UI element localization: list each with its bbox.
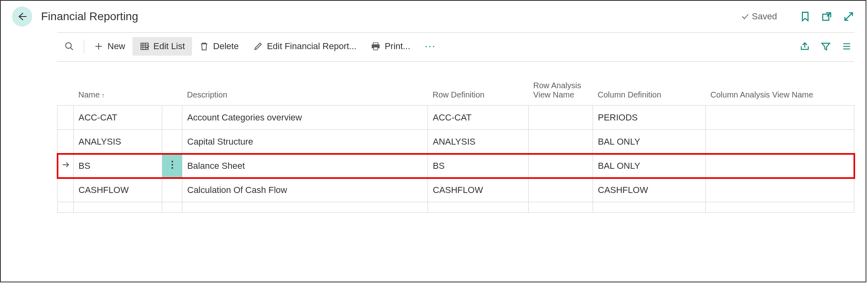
cell-description[interactable]: Calculation Of Cash Flow [182, 178, 428, 202]
svg-point-8 [172, 167, 173, 169]
col-name[interactable]: Name↑ [74, 62, 162, 106]
table-row[interactable]: ACC-CATAccount Categories overviewACC-CA… [58, 106, 854, 130]
financial-reports-table: Name↑ Description Row Definition Row Ana… [57, 62, 854, 213]
col-row-definition[interactable]: Row Definition [428, 62, 529, 106]
table-header-row: Name↑ Description Row Definition Row Ana… [58, 62, 854, 106]
popout-icon[interactable] [821, 11, 833, 22]
cell-column-analysis-view[interactable] [706, 130, 854, 154]
table-row[interactable] [58, 202, 854, 213]
cell-row-analysis-view[interactable] [529, 178, 593, 202]
plus-icon [94, 41, 103, 51]
back-button[interactable] [12, 6, 32, 27]
table-row[interactable]: BSBalance SheetBSBAL ONLY [58, 154, 854, 178]
cell-column-analysis-view[interactable] [706, 154, 854, 178]
search-icon [64, 41, 74, 51]
cell-column-analysis-view[interactable] [706, 178, 854, 202]
cell-column-definition[interactable]: PERIODS [593, 106, 706, 130]
cell-row-analysis-view[interactable] [529, 154, 593, 178]
search-button[interactable] [57, 37, 81, 55]
new-button[interactable]: New [87, 37, 132, 56]
more-actions-button[interactable]: ··· [417, 36, 443, 56]
sort-asc-icon: ↑ [101, 92, 105, 99]
cell-column-definition[interactable]: BAL ONLY [593, 130, 706, 154]
cell-row-definition[interactable]: ANALYSIS [428, 130, 529, 154]
col-column-analysis-view[interactable]: Column Analysis View Name [706, 62, 854, 106]
delete-label: Delete [213, 41, 239, 52]
cell-column-definition[interactable]: CASHFLOW [593, 178, 706, 202]
table-row[interactable]: ANALYSISCapital StructureANALYSISBAL ONL… [58, 130, 854, 154]
pencil-icon [253, 41, 263, 51]
col-menu [162, 62, 182, 106]
cell-row-analysis-view[interactable] [529, 106, 593, 130]
expand-icon[interactable] [843, 11, 854, 22]
row-menu-cell[interactable] [162, 106, 182, 130]
svg-point-1 [66, 43, 71, 48]
cell-row-definition[interactable]: BS [428, 154, 529, 178]
edit-financial-report-label: Edit Financial Report... [267, 41, 357, 52]
cell-row-analysis-view[interactable] [529, 130, 593, 154]
print-label: Print... [384, 41, 410, 52]
data-grid: Name↑ Description Row Definition Row Ana… [57, 61, 854, 213]
content-area: New Edit List Delete [57, 33, 854, 213]
svg-point-6 [172, 161, 173, 162]
cell-description[interactable]: Capital Structure [182, 130, 428, 154]
col-selector [58, 62, 74, 106]
print-button[interactable]: Print... [364, 37, 417, 56]
cell-row-definition[interactable]: ACC-CAT [428, 106, 529, 130]
trash-icon [199, 41, 209, 51]
header-actions: Saved [741, 11, 854, 22]
col-column-definition[interactable]: Column Definition [593, 62, 706, 106]
printer-icon [371, 41, 380, 51]
col-row-analysis-view[interactable]: Row Analysis View Name [529, 62, 593, 106]
edit-financial-report-button[interactable]: Edit Financial Report... [246, 37, 364, 56]
row-menu-cell[interactable] [162, 130, 182, 154]
cell-row-definition[interactable]: CASHFLOW [428, 178, 529, 202]
col-description[interactable]: Description [182, 62, 428, 106]
toolbar-divider [84, 39, 84, 53]
cell-name[interactable]: CASHFLOW [74, 178, 162, 202]
saved-label: Saved [752, 11, 777, 22]
row-menu-cell[interactable] [162, 178, 182, 202]
row-selector-cell[interactable] [58, 106, 74, 130]
row-selector-cell[interactable] [58, 154, 74, 178]
row-selector-cell[interactable] [58, 178, 74, 202]
share-icon[interactable] [800, 41, 810, 52]
filter-icon[interactable] [820, 41, 831, 52]
row-selector-cell[interactable] [58, 130, 74, 154]
edit-list-button[interactable]: Edit List [132, 37, 192, 56]
edit-list-label: Edit List [153, 41, 185, 52]
bookmark-icon[interactable] [800, 11, 811, 22]
toolbar: New Edit List Delete [57, 33, 854, 60]
saved-status: Saved [741, 11, 777, 22]
delete-button[interactable]: Delete [192, 37, 246, 56]
page-title: Financial Reporting [41, 10, 732, 23]
table-row[interactable]: CASHFLOWCalculation Of Cash FlowCASHFLOW… [58, 178, 854, 202]
cell-column-definition[interactable]: BAL ONLY [593, 154, 706, 178]
svg-rect-5 [374, 47, 378, 50]
svg-point-7 [172, 164, 173, 166]
page-header: Financial Reporting Saved [1, 1, 866, 32]
cell-description[interactable]: Balance Sheet [182, 154, 428, 178]
app-window: Financial Reporting Saved [0, 0, 866, 282]
cell-name[interactable]: ANALYSIS [74, 130, 162, 154]
list-view-icon[interactable] [841, 41, 852, 52]
cell-column-analysis-view[interactable] [706, 106, 854, 130]
cell-name[interactable]: BS [74, 154, 162, 178]
cell-name[interactable]: ACC-CAT [74, 106, 162, 130]
new-label: New [107, 41, 125, 52]
cell-description[interactable]: Account Categories overview [182, 106, 428, 130]
edit-list-icon [140, 41, 149, 51]
row-menu-cell[interactable] [162, 154, 182, 178]
